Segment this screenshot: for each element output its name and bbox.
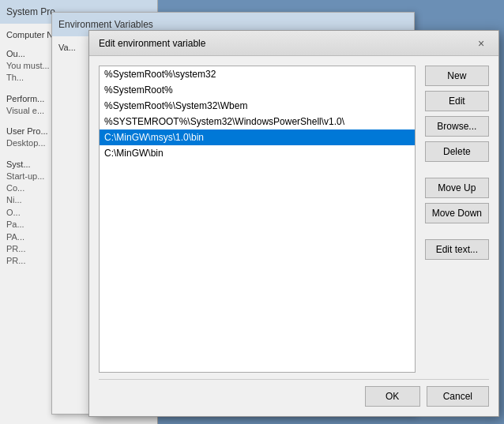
list-item[interactable]: C:\MinGW\bin [100,145,415,161]
dialog-titlebar: Edit environment variable × [89,31,498,56]
list-item[interactable]: C:\MinGW\msys\1.0\bin [100,129,415,145]
main-area: %SystemRoot%\system32%SystemRoot%%System… [99,66,489,373]
spacer2 [425,228,489,235]
browse-button[interactable]: Browse... [425,116,489,137]
move-up-button[interactable]: Move Up [425,178,489,198]
edit-env-dialog: Edit environment variable × %SystemRoot%… [88,30,499,417]
sidebar-buttons: New Edit Browse... Delete Move Up Move D… [425,66,489,373]
edit-button[interactable]: Edit [425,91,489,111]
ok-button[interactable]: OK [365,386,420,407]
env-title: Environment Variables [58,19,153,30]
close-button[interactable]: × [473,36,489,51]
env-list[interactable]: %SystemRoot%\system32%SystemRoot%%System… [99,66,416,373]
new-button[interactable]: New [425,66,489,86]
dialog-footer: OK Cancel [99,379,489,410]
list-item[interactable]: %SystemRoot%\system32 [100,66,415,82]
move-down-button[interactable]: Move Down [425,203,489,223]
dialog-content: %SystemRoot%\system32%SystemRoot%%System… [89,56,498,416]
list-item[interactable]: %SYSTEMROOT%\System32\WindowsPowerShell\… [100,114,415,129]
cancel-button[interactable]: Cancel [427,386,489,407]
list-item[interactable]: %SystemRoot% [100,82,415,98]
dialog-title: Edit environment variable [99,38,205,49]
spacer1 [425,167,489,173]
delete-button[interactable]: Delete [425,141,489,162]
list-item[interactable]: %SystemRoot%\System32\Wbem [100,98,415,114]
edit-text-button[interactable]: Edit text... [425,239,489,260]
